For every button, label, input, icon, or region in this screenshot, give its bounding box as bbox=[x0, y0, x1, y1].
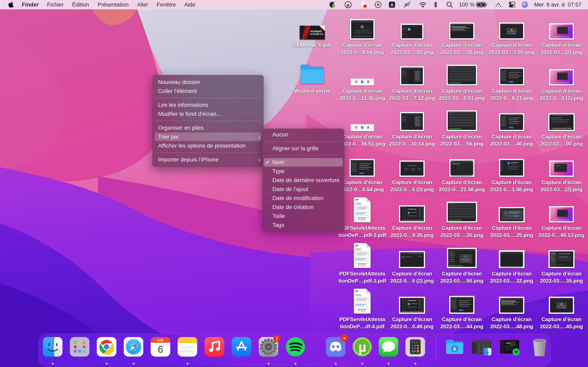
menubar-menu-fichier[interactable]: Fichier bbox=[43, 0, 68, 9]
menu-item[interactable]: Importer depuis l’iPhone› bbox=[153, 155, 263, 164]
dock-appstore-icon[interactable] bbox=[231, 337, 252, 357]
desktop-file[interactable]: Capture d’écran2022-03….56.png bbox=[437, 238, 487, 284]
desktop-file[interactable]: Capture d’écran2022-03….48.png bbox=[487, 283, 536, 330]
dock-calculator-icon[interactable] bbox=[405, 337, 425, 357]
menu-item[interactable]: ✓Nom bbox=[263, 158, 344, 167]
desktop-file[interactable]: Capture d’écran2022-03….26.png bbox=[437, 9, 487, 56]
menubar-menu-aller[interactable]: Aller bbox=[133, 0, 153, 9]
desktop-file[interactable]: Capture d’écran2022-0…21.56.png bbox=[437, 146, 487, 193]
desktop-file[interactable]: Capture d’écran2022-03….44.png bbox=[437, 283, 487, 330]
desktop-file[interactable]: Capture d’écran2022-03…7.05.png bbox=[487, 9, 536, 56]
desktop-file[interactable]: O Capture d’écran2022-0…16.51.png bbox=[337, 100, 387, 147]
desktop-file[interactable]: Capture d’écran2022-03…(2).png bbox=[536, 9, 586, 56]
menu-item-label: Date de création bbox=[272, 204, 341, 210]
menu-item[interactable]: Taille bbox=[263, 212, 344, 221]
menu-item[interactable]: Date de dernière ouverture bbox=[263, 176, 344, 185]
desktop-file[interactable]: Capture d’écran2022-0…9 (2).png bbox=[387, 238, 437, 284]
menu-item[interactable]: Afficher les options de présentation bbox=[153, 141, 263, 150]
desktop-file[interactable]: Capture d’écran2022-0…6.54.png bbox=[337, 9, 387, 56]
desktop-file[interactable]: Capture d’écran2022-0…5 (2).png bbox=[387, 146, 437, 193]
running-indicator-dot bbox=[133, 363, 135, 365]
desktop-file[interactable]: Capture d’écran2022-0…49.13.png bbox=[536, 192, 586, 239]
menubar-menu-fenêtre[interactable]: Fenêtre bbox=[153, 0, 180, 9]
desktop-file[interactable]: Capture d’écran2022-0…6.31.png bbox=[487, 55, 536, 102]
menu-item[interactable]: Aucun bbox=[263, 130, 344, 139]
menu-item[interactable]: Date de l’ajout bbox=[263, 185, 344, 194]
dock-notes-icon[interactable] bbox=[177, 337, 198, 357]
app-ring-icon[interactable] bbox=[329, 0, 336, 9]
desktop-file[interactable]: PDF PDFServletAttestationDeP…df-4.pdf bbox=[337, 283, 387, 330]
dock-downloads-icon[interactable] bbox=[444, 337, 465, 357]
desktop-file[interactable]: Capture d’écran2022-03…7.12.png bbox=[387, 55, 437, 102]
menu-item[interactable]: Modifier le fond d’écran… bbox=[153, 109, 263, 118]
desktop-file[interactable]: Capture d’écran2022-03….26.png bbox=[437, 192, 487, 239]
menu-item[interactable]: Date de modification bbox=[263, 194, 344, 203]
desktop-file[interactable]: Thundercat Capture d’écran2022-0…0.49.pn… bbox=[387, 283, 437, 330]
dock-chrome-icon[interactable] bbox=[96, 337, 117, 357]
menu-bar-clock[interactable]: Mer. 6 avr. à 07:57 bbox=[534, 2, 581, 8]
desktop-file[interactable]: Capture d’écran2022-03….56.png bbox=[437, 100, 487, 147]
battery-icon[interactable] bbox=[476, 0, 488, 9]
file-name-label: Capture d’écran2022-0…6.31.png bbox=[490, 87, 533, 102]
dock-messages-icon[interactable] bbox=[378, 337, 399, 357]
dock-window-spotify-icon[interactable]: Jungle bbox=[499, 337, 520, 357]
dock-trash-icon[interactable] bbox=[529, 337, 550, 357]
volume-muted-icon[interactable] bbox=[403, 0, 411, 9]
menubar-menu-aide[interactable]: Aide bbox=[180, 0, 200, 9]
menubar-menu-finder[interactable]: Finder bbox=[14, 0, 43, 9]
desktop-file[interactable]: O Capture d’écran2022-0…11.36.png bbox=[337, 55, 387, 102]
desktop-file[interactable]: Capture d’écran2022-0…1.06.png bbox=[487, 146, 536, 193]
control-center-icon[interactable] bbox=[508, 0, 516, 9]
menu-item[interactable]: Trier par› bbox=[153, 132, 263, 141]
dots-app-icon[interactable] bbox=[494, 0, 502, 9]
dock-window-finder-icon[interactable] bbox=[471, 337, 492, 357]
file-name-label: Capture d’écran2022-0…0.49.png bbox=[390, 316, 434, 330]
crystal-icon[interactable] bbox=[360, 0, 367, 9]
dock-utorrent-icon[interactable]: µ bbox=[352, 337, 372, 357]
dock-launchpad-icon[interactable] bbox=[69, 337, 90, 357]
menu-item[interactable]: Lire les informations bbox=[153, 100, 263, 109]
dock-discord-icon[interactable] bbox=[325, 337, 346, 357]
file-name-label: Capture d’écran2022-0…30.14.png bbox=[389, 133, 435, 147]
desktop-file[interactable]: Capture d’écran2022-03…0.51.png bbox=[437, 55, 487, 102]
menu-item[interactable]: Nouveau dossier bbox=[153, 78, 263, 87]
desktop-file[interactable]: Capture d’écran2022-03….25.png bbox=[487, 192, 536, 239]
desktop-file[interactable]: Wishlist vinyle bbox=[287, 55, 337, 95]
siri-icon[interactable] bbox=[521, 0, 528, 9]
desktop-file[interactable]: Capture d’écran2022-0…30.14.png bbox=[387, 100, 437, 147]
dock-music-icon[interactable] bbox=[204, 337, 225, 357]
menu-item[interactable]: Coller l’élément bbox=[153, 87, 263, 96]
play-circle-icon[interactable] bbox=[374, 0, 382, 9]
spotlight-icon[interactable] bbox=[446, 0, 453, 9]
menubar-menu-présentation[interactable]: Présentation bbox=[93, 0, 133, 9]
dock-safari-icon[interactable] bbox=[123, 337, 144, 357]
desktop-file[interactable]: POUMONSD’ACIER 2.0 SEMAINE 6.pdf bbox=[287, 9, 337, 49]
dock-calendar-icon[interactable]: AVR. 6 bbox=[150, 337, 171, 357]
desktop-file[interactable]: Thundercat Capture d’écran2022-0…9.35.pn… bbox=[387, 192, 437, 239]
dock-finder-icon[interactable] bbox=[43, 337, 63, 357]
desktop-file[interactable]: Capture d’écran2022-0…0 (2).png bbox=[536, 55, 586, 102]
wifi-icon[interactable] bbox=[419, 0, 427, 9]
menu-item[interactable]: Type bbox=[263, 167, 344, 176]
desktop-file[interactable]: Capture d’écran2022-03…(2).png bbox=[536, 146, 586, 193]
desktop-file[interactable]: Capture d’écran2022-0…0.54.png bbox=[337, 146, 387, 193]
menu-item[interactable]: Date de création bbox=[263, 203, 344, 212]
dock-settings-icon[interactable]: 1 bbox=[258, 337, 279, 357]
menu-item[interactable]: Tags bbox=[263, 221, 344, 230]
desktop-file[interactable]: Capture d’écran2022-03….32.png bbox=[487, 238, 536, 284]
desktop-file[interactable]: Capture d’écran2022-03….46.png bbox=[487, 100, 536, 147]
menu-item[interactable]: Aligner sur la grille bbox=[263, 144, 344, 153]
desktop-file[interactable]: Capture d’écran2022-03….00.png bbox=[536, 100, 586, 147]
utorrent-icon[interactable]: µ bbox=[345, 0, 352, 9]
desktop-file[interactable]: Capture d’écran2022-03….45.png bbox=[536, 283, 586, 330]
menu-item[interactable]: Organiser en piles bbox=[153, 123, 263, 132]
desktop-file[interactable]: PDF PDFServletAttestationDeP…pdf-3.pdf bbox=[337, 238, 387, 284]
desktop-file[interactable]: PDF PDFServletAttestationDeP…pdf-2.pdf bbox=[337, 192, 387, 239]
bluetooth-icon[interactable] bbox=[433, 0, 438, 9]
dock-spotify-icon[interactable] bbox=[285, 337, 306, 357]
apple-menu[interactable] bbox=[8, 1, 14, 8]
input-source-icon[interactable]: A bbox=[389, 0, 396, 9]
desktop-file[interactable]: Capture d’écran2022-03….35.png bbox=[536, 238, 586, 284]
desktop-file[interactable]: Capture d’écran2022-03….02.png bbox=[387, 9, 437, 56]
menubar-menu-édition[interactable]: Édition bbox=[68, 0, 94, 9]
